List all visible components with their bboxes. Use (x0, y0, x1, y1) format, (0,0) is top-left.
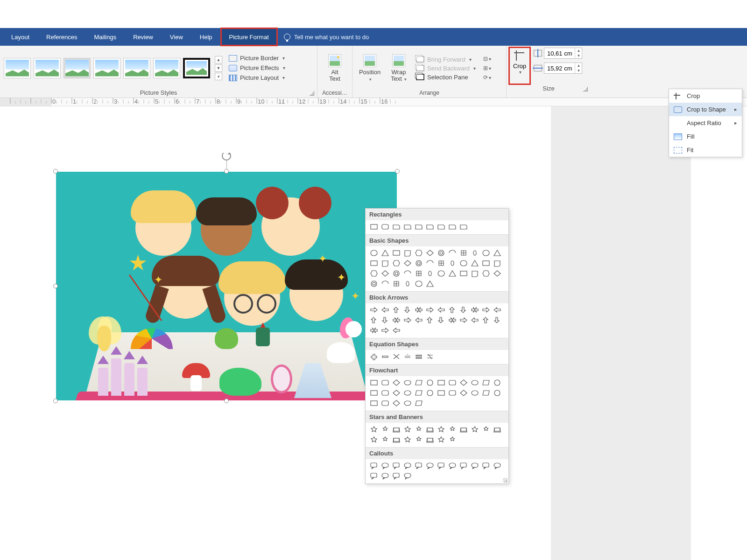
shape-option[interactable] (369, 352, 379, 361)
tab-picture-format[interactable]: Picture Format (221, 28, 277, 46)
shape-option[interactable] (369, 399, 379, 407)
menu-item-crop-to-shape[interactable]: Crop to Shape▸ (669, 103, 742, 116)
shape-option[interactable] (414, 259, 423, 267)
shape-option[interactable] (425, 389, 435, 397)
shape-option[interactable] (403, 280, 412, 288)
crop-button[interactable]: Crop ▾ (509, 48, 530, 84)
shape-option[interactable] (437, 378, 446, 387)
rotate-handle[interactable] (222, 151, 231, 161)
spin-up[interactable]: ▲ (575, 63, 582, 68)
picture-effects-button[interactable]: Picture Effects▾ (229, 64, 285, 71)
shape-option[interactable] (493, 249, 502, 257)
style-thumb-4[interactable] (93, 58, 120, 78)
tab-mailings[interactable]: Mailings (86, 28, 125, 46)
shape-option[interactable] (470, 306, 479, 314)
shape-option[interactable] (403, 269, 412, 278)
width-input[interactable]: 15,92 cm▲▼ (544, 63, 582, 74)
shape-option[interactable] (425, 223, 435, 231)
shape-option[interactable] (425, 259, 435, 267)
shape-option[interactable] (425, 280, 435, 288)
shape-option[interactable] (381, 399, 390, 407)
shape-option[interactable] (392, 326, 401, 335)
picture-layout-button[interactable]: Picture Layout▾ (229, 74, 285, 81)
shape-option[interactable] (392, 399, 401, 407)
resize-handle-tr[interactable] (395, 169, 400, 174)
send-backward-button[interactable]: Send Backward▾ (416, 65, 476, 72)
height-input[interactable]: 10,61 cm▲▼ (544, 48, 582, 59)
shape-option[interactable] (403, 462, 412, 470)
shape-option[interactable] (392, 249, 401, 257)
shape-option[interactable] (481, 378, 491, 387)
shape-option[interactable] (459, 249, 468, 257)
shape-option[interactable] (437, 249, 446, 257)
shape-option[interactable] (369, 389, 379, 397)
shape-option[interactable] (493, 389, 502, 397)
tab-help[interactable]: Help (191, 28, 221, 46)
shape-option[interactable] (381, 269, 390, 278)
shape-option[interactable] (459, 259, 468, 267)
shape-option[interactable] (437, 306, 446, 314)
shape-option[interactable] (403, 399, 412, 407)
shape-option[interactable] (437, 316, 446, 324)
wrap-text-button[interactable]: WrapText ▾ (385, 50, 412, 86)
style-thumb-1[interactable] (4, 58, 31, 78)
shape-option[interactable] (493, 306, 502, 314)
shape-option[interactable] (425, 425, 435, 434)
shape-option[interactable] (459, 269, 468, 278)
shape-option[interactable] (403, 249, 412, 257)
shape-option[interactable] (448, 378, 457, 387)
shape-option[interactable] (493, 269, 502, 278)
shape-option[interactable] (414, 280, 423, 288)
rotate-button[interactable]: ⟳ ▾ (482, 74, 492, 81)
shape-option[interactable] (403, 223, 412, 231)
shape-option[interactable] (381, 249, 390, 257)
shape-option[interactable] (425, 435, 435, 444)
shape-option[interactable] (414, 389, 423, 397)
shape-option[interactable] (403, 316, 412, 324)
shape-option[interactable] (493, 259, 502, 267)
shape-option[interactable] (403, 435, 412, 444)
shape-option[interactable] (414, 378, 423, 387)
shape-option[interactable] (470, 259, 479, 267)
shape-option[interactable] (392, 223, 401, 231)
shape-option[interactable] (392, 259, 401, 267)
shape-option[interactable] (392, 472, 401, 480)
shape-option[interactable] (481, 269, 491, 278)
shape-option[interactable] (381, 462, 390, 470)
shape-option[interactable] (481, 249, 491, 257)
align-button[interactable]: ⊟ ▾ (482, 56, 492, 62)
shape-option[interactable] (381, 306, 390, 314)
resize-handle-tl[interactable] (53, 169, 58, 174)
horizontal-ruler[interactable]: 012345678910111213141516 (0, 98, 747, 106)
shape-option[interactable] (448, 435, 457, 444)
menu-item-fit[interactable]: Fit (669, 143, 742, 157)
shape-option[interactable] (481, 425, 491, 434)
shape-option[interactable] (392, 389, 401, 397)
shape-option[interactable] (470, 389, 479, 397)
selection-pane-button[interactable]: Selection Pane (416, 74, 476, 81)
shape-option[interactable] (403, 389, 412, 397)
menu-item-crop[interactable]: Crop (669, 89, 742, 103)
shape-option[interactable] (437, 425, 446, 434)
selected-picture[interactable]: ★ ✦ ✦ ✦ ✦ (56, 172, 397, 400)
shape-option[interactable] (403, 306, 412, 314)
shape-option[interactable] (481, 259, 491, 267)
shape-option[interactable] (381, 472, 390, 480)
shape-option[interactable] (448, 462, 457, 470)
shape-option[interactable] (493, 316, 502, 324)
menu-item-fill[interactable]: Fill (669, 130, 742, 143)
gallery-scroll-down[interactable]: ▼ (215, 64, 222, 72)
shape-option[interactable] (448, 269, 457, 278)
shape-option[interactable] (414, 223, 423, 231)
resize-handle-bl[interactable] (53, 399, 58, 403)
shape-option[interactable] (369, 280, 379, 288)
shape-option[interactable] (381, 378, 390, 387)
shape-option[interactable] (437, 435, 446, 444)
shape-option[interactable] (425, 462, 435, 470)
style-thumb-2[interactable] (34, 58, 61, 78)
shape-option[interactable] (425, 352, 435, 361)
shape-option[interactable] (493, 425, 502, 434)
shape-option[interactable] (470, 316, 479, 324)
shape-option[interactable] (392, 316, 401, 324)
shape-option[interactable] (414, 399, 423, 407)
